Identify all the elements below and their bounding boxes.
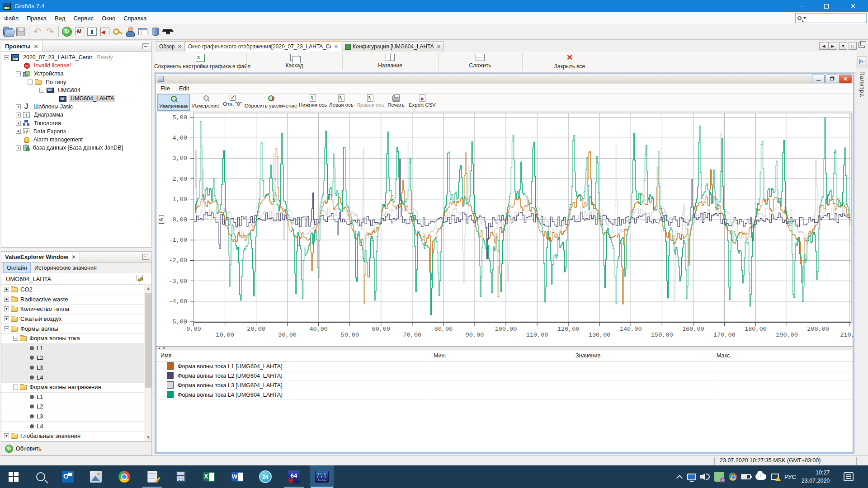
charttool-отн-0-[interactable]: Отн. "0": [222, 94, 243, 111]
inner-restore-button[interactable]: [826, 75, 838, 83]
onedrive-icon[interactable]: [755, 465, 767, 488]
open-project-button[interactable]: [2, 26, 14, 38]
scroll-up-icon[interactable]: ▲: [145, 285, 152, 292]
ve-item-co2[interactable]: CO2: [1, 285, 144, 295]
ve-item-сжатый-воздух[interactable]: Сжатый воздух: [1, 314, 144, 324]
table-splitter[interactable]: ▲▼: [156, 346, 853, 350]
charttool-сбросить-увеличение[interactable]: Сбросить увеличение: [244, 94, 297, 111]
menu-item-правка[interactable]: Правка: [23, 15, 51, 22]
tab-maximize-button[interactable]: □: [849, 42, 857, 50]
inner-minimize-button[interactable]: [812, 75, 825, 83]
expand-icon[interactable]: [4, 433, 9, 438]
charttool-увеличение[interactable]: Увеличение: [157, 94, 190, 111]
save-all-button[interactable]: [14, 26, 27, 38]
tree-item-invalid-license-[interactable]: Invalid license!: [1, 61, 151, 70]
tree-item-2020-07-23-lahta-centr[interactable]: 2020_07_23_LAHTA_CentrReady: [1, 53, 151, 61]
graphbar-close-button[interactable]: ✕Закрыть все: [522, 52, 617, 72]
taskbar-excel-button[interactable]: [198, 465, 220, 488]
import-values-button[interactable]: M: [73, 26, 85, 38]
ve-item-l2[interactable]: L2: [1, 402, 144, 412]
collapse-icon[interactable]: [13, 385, 18, 389]
charttool-левая-ось[interactable]: Левая ось: [328, 94, 354, 111]
collapse-icon[interactable]: [39, 88, 44, 93]
training-button[interactable]: [162, 26, 174, 38]
waveform-chart[interactable]: -5,00-4,00-3,00-2,00-1,000,001,002,003,0…: [156, 112, 853, 346]
expand-icon[interactable]: [16, 129, 21, 134]
graphbar-stack-button[interactable]: Сложить: [438, 52, 522, 72]
tree-item-umg604-lahta[interactable]: UMG604_LAHTA: [1, 94, 151, 103]
taskbar-word-button[interactable]: [226, 465, 248, 488]
taskbar-app64-button[interactable]: 64: [283, 465, 305, 488]
ve-tab-online[interactable]: Онлайн: [3, 263, 31, 273]
menu-item-файл[interactable]: Файл: [0, 15, 23, 22]
tree-item-топология[interactable]: Топология: [1, 119, 151, 127]
close-button[interactable]: ✕: [843, 0, 863, 12]
collapse-icon[interactable]: [16, 71, 21, 76]
close-icon[interactable]: ✕: [33, 43, 38, 50]
ve-item-количество-тепла[interactable]: Количество тепла: [1, 304, 144, 314]
tree-item-устройства[interactable]: Устройства: [1, 70, 151, 78]
taskbar-gridvis-button[interactable]: [311, 465, 333, 488]
expand-icon[interactable]: [4, 287, 9, 292]
close-tab-icon[interactable]: ✕: [437, 44, 441, 50]
tree-item-диаграмма[interactable]: Диаграмма: [1, 111, 151, 119]
legend-row-name[interactable]: Форма волны тока L4 [UMG604_LAHTA]: [178, 392, 283, 398]
palette-dock-label[interactable]: Палитра: [859, 71, 865, 97]
menu-item-справка[interactable]: Справка: [119, 15, 151, 22]
ve-item-формы-волны[interactable]: Формы волны: [1, 324, 144, 333]
ve-item-глобальные-значения[interactable]: Глобальные значения: [1, 431, 144, 441]
tree-item-data-exports[interactable]: Data Exports: [1, 127, 151, 136]
tree-item-umg604[interactable]: UMG604: [1, 86, 151, 94]
close-tab-icon[interactable]: ✕: [178, 44, 182, 50]
legend-col-1[interactable]: Мин.: [434, 352, 446, 359]
taskbar-calculator-button[interactable]: [170, 465, 192, 488]
taskbar-search-button[interactable]: [30, 465, 52, 488]
ve-item-l3[interactable]: L3: [1, 363, 144, 373]
refresh-row[interactable]: ↻ Обновить: [1, 441, 152, 455]
splitter-up-icon[interactable]: ▲: [158, 347, 161, 350]
ve-item-radioactive-waste[interactable]: Radioactive waste: [1, 295, 144, 305]
battery-icon[interactable]: [740, 465, 752, 488]
menu-item-окно[interactable]: Окно: [98, 15, 119, 22]
expand-icon[interactable]: [4, 306, 9, 311]
doc-tab-0[interactable]: Обзор✕: [156, 41, 185, 52]
expand-icon[interactable]: [16, 113, 21, 117]
ve-item-l3[interactable]: L3: [1, 412, 144, 422]
graphbar-title-button[interactable]: Название: [342, 52, 438, 72]
search-input[interactable]: [795, 13, 867, 23]
tray-expand-icon[interactable]: [674, 465, 685, 488]
expand-icon[interactable]: [4, 297, 9, 302]
value-wizard-button[interactable]: [137, 275, 143, 281]
charttool-нижняя-ось[interactable]: Нижняя ось: [298, 94, 327, 111]
projects-panel-tab[interactable]: Проекты✕: [1, 41, 42, 52]
charttool-export-csv[interactable]: Export CSV: [407, 94, 438, 111]
undo-button[interactable]: ↶: [31, 26, 43, 38]
restore-group-icon[interactable]: [859, 42, 865, 48]
ve-item-форма-волны-напряжения[interactable]: Форма волны напряжения: [1, 382, 144, 392]
refresh-db-button[interactable]: ↻: [61, 26, 73, 38]
ve-device-row[interactable]: UMG604_LAHTA: [1, 273, 151, 285]
taskbar-photos-button[interactable]: [85, 465, 107, 488]
tab-scroll-left-button[interactable]: ◀: [819, 42, 828, 50]
taskbar-start-button[interactable]: [3, 465, 24, 488]
close-tab-icon[interactable]: ✕: [334, 44, 338, 50]
expand-icon[interactable]: [4, 316, 9, 321]
monitor-icon[interactable]: [686, 465, 698, 488]
taskbar-chrome-button[interactable]: [113, 465, 135, 488]
table-view-button[interactable]: [137, 26, 149, 38]
tree-item-база-данных-база-данных-jandb-[interactable]: база данных [База данных JanDB]: [1, 144, 151, 152]
chart-view-button[interactable]: [86, 26, 98, 38]
charttool-печать[interactable]: Печать: [386, 94, 406, 111]
ve-tab-historical[interactable]: Исторические значения: [31, 263, 100, 273]
scroll-down-icon[interactable]: ▼: [145, 434, 152, 441]
tree-item-по-типу[interactable]: По типу: [1, 78, 151, 86]
ve-item-l4[interactable]: L4: [1, 372, 144, 382]
menu-item-вид[interactable]: Вид: [51, 15, 70, 22]
ve-item-форма-волны-тока[interactable]: Форма волны тока: [1, 333, 144, 343]
inner-menu-file[interactable]: File: [156, 85, 175, 92]
taskbar-badge24-button[interactable]: 24: [255, 465, 276, 488]
clock[interactable]: 10:2723.07.2020: [797, 465, 835, 488]
maximize-button[interactable]: [816, 0, 837, 12]
tree-item-alarm-management[interactable]: Alarm management: [1, 136, 151, 144]
collapse-icon[interactable]: [4, 55, 9, 60]
